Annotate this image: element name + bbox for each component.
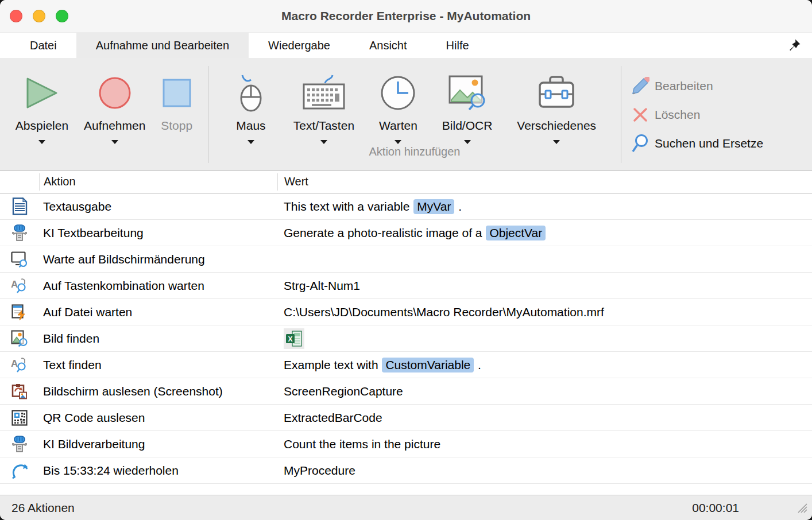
clock-icon: [380, 69, 416, 117]
elapsed-time: 00:00:01: [692, 501, 739, 515]
value-text: This text with a variable: [284, 200, 413, 214]
title-bar: Macro Recorder Enterprise - MyAutomation: [0, 0, 812, 33]
misc-label: Verschiedenes: [517, 119, 596, 133]
chevron-down-icon[interactable]: [395, 140, 401, 144]
window-title: Macro Recorder Enterprise - MyAutomation: [281, 9, 531, 23]
value-text: .: [474, 358, 481, 372]
record-icon: [98, 69, 132, 117]
misc-button[interactable]: Verschiedenes: [517, 69, 596, 144]
value-text: ScreenRegionCapture: [284, 385, 403, 398]
image-ocr-button[interactable]: Bild/OCR: [442, 69, 493, 144]
pin-icon[interactable]: [789, 33, 801, 58]
record-button[interactable]: Aufnehmen: [84, 69, 145, 170]
menu-tab-aufnahme-und-bearbeiten[interactable]: Aufnahme und Bearbeiten: [76, 33, 249, 58]
value-cell: Strg-Alt-Num1: [277, 279, 812, 293]
file-flash-icon: [0, 304, 39, 320]
play-button[interactable]: Abspielen: [16, 69, 68, 170]
stop-button[interactable]: Stopp: [161, 69, 192, 170]
table-row[interactable]: Bis 15:33:24 wiederholenMyProcedure: [0, 457, 812, 484]
close-button[interactable]: [10, 10, 22, 22]
column-header-action[interactable]: Aktion: [39, 173, 277, 191]
table-header: Aktion Wert: [0, 170, 812, 193]
action-table-body: TextausgabeThis text with a variable MyV…: [0, 193, 812, 484]
value-cell: ScreenRegionCapture: [277, 385, 812, 398]
screenshot-icon: [0, 383, 39, 400]
column-header-value[interactable]: Wert: [277, 173, 812, 191]
chevron-down-icon[interactable]: [38, 140, 45, 144]
variable-chip: CustomVariable: [382, 358, 474, 372]
variable-chip: MyVar: [413, 199, 454, 214]
value-text: .: [455, 200, 462, 214]
keyboard-icon: [301, 69, 347, 117]
chevron-down-icon[interactable]: [553, 140, 560, 144]
action-count: 26 Aktionen: [11, 501, 692, 515]
edit-label: Bearbeiten: [655, 79, 713, 93]
search-replace-button[interactable]: Suchen und Ersetze: [631, 129, 812, 158]
delete-button[interactable]: Löschen: [631, 100, 812, 129]
value-text: Strg-Alt-Num1: [284, 279, 360, 293]
chevron-down-icon[interactable]: [320, 140, 327, 144]
value-cell: C:\Users\JD\Documents\Macro Recorder\MyA…: [277, 305, 812, 319]
picture-search-icon: [0, 330, 39, 347]
search-replace-label: Suchen und Ersetze: [655, 137, 763, 150]
mouse-button[interactable]: Maus: [233, 69, 269, 144]
app-window: Macro Recorder Enterprise - MyAutomation…: [0, 0, 812, 520]
resize-grip[interactable]: [795, 500, 807, 516]
action-label: Text finden: [39, 358, 277, 372]
table-row[interactable]: Bild findenX: [0, 325, 812, 352]
value-cell: Example text with CustomVariable .: [277, 358, 812, 372]
image-ocr-icon: [448, 69, 487, 117]
table-row[interactable]: Bildschirm auslesen (Screenshot)ScreenRe…: [0, 378, 812, 405]
table-row[interactable]: QR Code auslesenExtractedBarCode: [0, 405, 812, 431]
chevron-down-icon[interactable]: [111, 140, 118, 144]
action-label: KI Textbearbeitung: [39, 226, 277, 240]
group-caption: Aktion hinzufügen: [208, 145, 621, 158]
menu-tab-ansicht[interactable]: Ansicht: [350, 33, 427, 58]
text-keys-button[interactable]: Text/Tasten: [293, 69, 354, 144]
table-row[interactable]: Auf Datei wartenC:\Users\JD\Documents\Ma…: [0, 299, 812, 325]
delete-x-icon: [631, 106, 650, 123]
action-label: Bildschirm auslesen (Screenshot): [39, 385, 277, 398]
svg-text:X: X: [288, 335, 292, 343]
chevron-down-icon[interactable]: [464, 140, 471, 144]
value-cell: Generate a photo-realistic image of a Ob…: [277, 226, 812, 240]
play-label: Abspielen: [16, 119, 68, 133]
variable-chip: ObjectVar: [486, 226, 546, 240]
play-icon: [25, 69, 59, 117]
menu-tab-hilfe[interactable]: Hilfe: [427, 33, 489, 58]
briefcase-icon: [537, 69, 576, 117]
zoom-button[interactable]: [56, 10, 68, 22]
action-label: Textausgabe: [39, 200, 277, 214]
menu-tab-datei[interactable]: Datei: [10, 33, 76, 58]
table-row[interactable]: TextausgabeThis text with a variable MyV…: [0, 193, 812, 220]
letters-search-icon: A: [0, 278, 39, 294]
ribbon-toolbar: Abspielen Aufnehmen Stopp: [0, 58, 812, 170]
wait-label: Warten: [379, 119, 417, 133]
text-keys-label: Text/Tasten: [293, 119, 354, 133]
edit-button[interactable]: Bearbeiten: [631, 72, 812, 100]
table-row[interactable]: AText findenExample text with CustomVari…: [0, 352, 812, 378]
mouse-label: Maus: [236, 119, 265, 133]
action-label: Auf Tastenkombination warten: [39, 279, 277, 293]
transport-group: Abspielen Aufnehmen Stopp: [0, 58, 208, 170]
stop-label: Stopp: [161, 119, 192, 133]
wait-button[interactable]: Warten: [379, 69, 417, 144]
mouse-icon: [233, 69, 269, 117]
table-row[interactable]: AAuf Tastenkombination wartenStrg-Alt-Nu…: [0, 273, 812, 299]
chevron-down-icon[interactable]: [248, 140, 254, 144]
value-text: ExtractedBarCode: [284, 411, 382, 425]
minimize-button[interactable]: [33, 10, 45, 22]
table-row[interactable]: Warte auf Bildschirmänderung: [0, 246, 812, 273]
value-text: C:\Users\JD\Documents\Macro Recorder\MyA…: [284, 305, 604, 319]
search-icon: [631, 134, 650, 153]
table-row[interactable]: KI TextbearbeitungGenerate a photo-reali…: [0, 220, 812, 246]
robot-icon: [0, 224, 39, 242]
table-row[interactable]: KI BildverarbeitungCount the items in th…: [0, 431, 812, 457]
pencil-icon: [631, 77, 650, 95]
image-ocr-label: Bild/OCR: [442, 119, 493, 133]
menu-tab-wiedergabe[interactable]: Wiedergabe: [249, 33, 350, 58]
delete-label: Löschen: [655, 108, 700, 122]
value-text: Count the items in the picture: [284, 437, 440, 451]
add-action-group: Maus: [208, 58, 621, 170]
actions-table: Aktion Wert TextausgabeThis text with a …: [0, 170, 812, 495]
